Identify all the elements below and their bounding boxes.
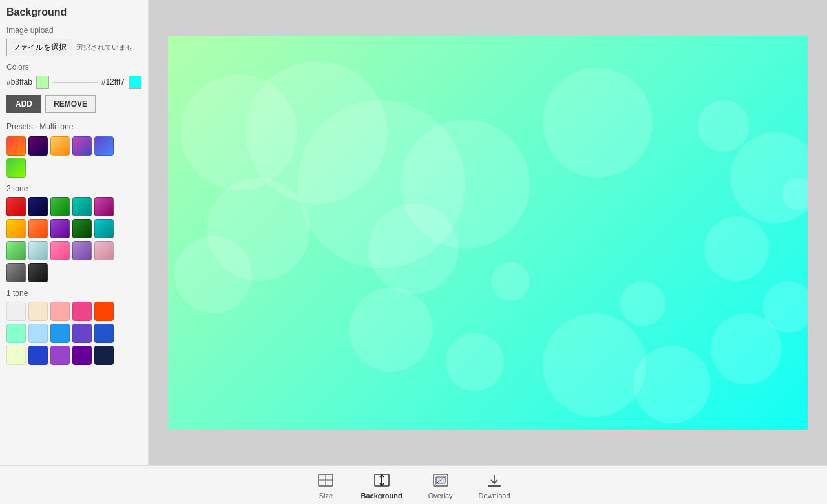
preset-1tone-row-2 — [6, 324, 141, 343]
bubble-20 — [762, 281, 808, 333]
size-label: Size — [319, 492, 333, 499]
preset-multi-5[interactable] — [94, 136, 114, 156]
bubble-7 — [368, 204, 459, 294]
bubble-17 — [491, 262, 530, 300]
preset-1tone-14[interactable] — [72, 346, 92, 365]
background-label: Background — [361, 492, 402, 499]
add-button[interactable]: ADD — [6, 95, 41, 113]
preset-2tone-12[interactable] — [28, 241, 48, 260]
preset-1tone-9[interactable] — [72, 324, 92, 343]
preset-2tone-17[interactable] — [28, 263, 48, 282]
preset-2tone-row-2 — [6, 219, 141, 238]
preset-multi-3[interactable] — [50, 136, 70, 156]
preset-2tone-1[interactable] — [6, 197, 26, 216]
preset-2tone-14[interactable] — [72, 241, 92, 260]
file-select-button[interactable]: ファイルを選択 — [6, 39, 72, 56]
preset-multi-row-1 — [6, 136, 141, 156]
bubble-13 — [446, 333, 504, 391]
preset-2tone-row-1 — [6, 197, 141, 216]
preset-1tone-15[interactable] — [94, 346, 114, 365]
preset-2tone-10[interactable] — [94, 219, 114, 238]
remove-button[interactable]: REMOVE — [45, 95, 96, 113]
preset-2tone-4[interactable] — [72, 197, 92, 216]
preset-1tone-5[interactable] — [94, 302, 114, 321]
preset-2tone-7[interactable] — [28, 219, 48, 238]
sidebar-title: Background — [6, 6, 141, 18]
preset-2tone-3[interactable] — [50, 197, 70, 216]
tone2-label: 2 tone — [6, 184, 141, 193]
sidebar: Background Image upload ファイルを選択 選択されていませ… — [0, 0, 149, 465]
color-row: #b3ffab #12fff7 — [6, 76, 141, 89]
preset-1tone-2[interactable] — [28, 302, 48, 321]
preset-1tone-row-1 — [6, 302, 141, 321]
preset-2tone-15[interactable] — [94, 241, 114, 260]
preset-multi-1[interactable] — [6, 136, 26, 156]
file-input-row: ファイルを選択 選択されていませ — [6, 39, 141, 56]
background-icon — [373, 471, 391, 489]
toolbar-item-download[interactable]: Download — [479, 471, 510, 499]
preset-1tone-8[interactable] — [50, 324, 70, 343]
preset-1tone-4[interactable] — [72, 302, 92, 321]
canvas-preview — [168, 36, 808, 430]
file-status: 選択されていませ — [76, 43, 133, 52]
download-icon — [485, 471, 503, 489]
bubble-5 — [174, 236, 252, 313]
preset-multi-row-2 — [6, 158, 141, 178]
overlay-icon — [432, 471, 450, 489]
preset-2tone-2[interactable] — [28, 197, 48, 216]
toolbar-item-size[interactable]: Size — [317, 471, 335, 499]
preset-1tone-11[interactable] — [6, 346, 26, 365]
preset-1tone-6[interactable] — [6, 324, 26, 343]
download-label: Download — [479, 492, 510, 499]
preset-2tone-6[interactable] — [6, 219, 26, 238]
bubble-15 — [633, 346, 711, 423]
color2-hex: #12fff7 — [101, 78, 125, 87]
preset-2tone-11[interactable] — [6, 241, 26, 260]
color2-swatch[interactable] — [129, 76, 141, 89]
bubble-12 — [349, 288, 433, 372]
preset-2tone-8[interactable] — [50, 219, 70, 238]
preset-2tone-16[interactable] — [6, 263, 26, 282]
preset-1tone-12[interactable] — [28, 346, 48, 365]
preset-2tone-row-4 — [6, 263, 141, 282]
preset-2tone-9[interactable] — [72, 219, 92, 238]
tone1-label: 1 tone — [6, 289, 141, 298]
preset-1tone-row-3 — [6, 346, 141, 365]
preset-2tone-row-3 — [6, 241, 141, 260]
canvas-area — [149, 0, 827, 465]
bubble-11 — [704, 216, 769, 281]
overlay-label: Overlay — [428, 492, 453, 499]
preset-1tone-3[interactable] — [50, 302, 70, 321]
preset-1tone-10[interactable] — [94, 324, 114, 343]
presets-multi-label: Presets - Multi tone — [6, 122, 141, 131]
bubble-9 — [698, 100, 749, 152]
preset-1tone-1[interactable] — [6, 302, 26, 321]
color-divider — [53, 82, 98, 83]
bottom-toolbar: Size Background Overlay — [0, 465, 827, 504]
bubble-8 — [543, 68, 653, 178]
size-icon — [317, 471, 335, 489]
preset-multi-2[interactable] — [28, 136, 48, 156]
preset-multi-6[interactable] — [6, 158, 26, 178]
color1-hex: #b3ffab — [6, 78, 32, 87]
bubble-14 — [543, 313, 646, 417]
preset-2tone-13[interactable] — [50, 241, 70, 260]
color1-swatch[interactable] — [36, 76, 49, 89]
preset-1tone-7[interactable] — [28, 324, 48, 343]
preset-multi-4[interactable] — [72, 136, 92, 156]
colors-label: Colors — [6, 63, 141, 72]
bubble-18 — [620, 281, 665, 326]
preset-1tone-13[interactable] — [50, 346, 70, 365]
colors-section: Colors #b3ffab #12fff7 — [6, 63, 141, 89]
toolbar-item-overlay[interactable]: Overlay — [428, 471, 453, 499]
action-row: ADD REMOVE — [6, 95, 141, 113]
preset-2tone-5[interactable] — [94, 197, 114, 216]
image-upload-label: Image upload — [6, 26, 141, 35]
toolbar-item-background[interactable]: Background — [361, 471, 402, 499]
